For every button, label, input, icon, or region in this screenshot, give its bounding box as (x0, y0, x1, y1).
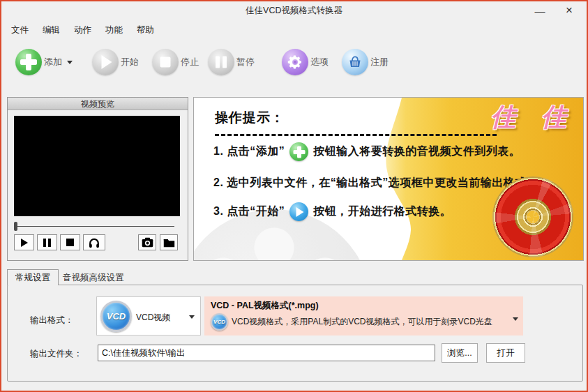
general-settings-group: 输出格式： VCD VCD视频 VCD - PAL视频格式(*.mpg) VCD… (7, 285, 583, 382)
headphones-icon (88, 237, 100, 248)
stop-icon (66, 239, 74, 246)
tips-heading: 操作提示： (215, 109, 285, 127)
format-description-title: VCD - PAL视频格式(*.mpg) (211, 300, 319, 312)
seek-slider[interactable] (14, 221, 174, 232)
play-icon (21, 239, 28, 247)
window-title: 佳佳VCD视频格式转换器 (1, 5, 587, 17)
brand-logo: 佳 佳 (490, 100, 575, 135)
preview-header: 视频预览 (8, 98, 188, 110)
tips-dashed-divider (215, 134, 497, 136)
open-folder-button[interactable] (160, 234, 178, 250)
preview-stop-button[interactable] (60, 234, 80, 250)
toolbar-add-button[interactable]: 添加 (15, 49, 73, 75)
tips-step-2: 2. 选中列表中文件，在“输出格式”选项框中更改当前输出格式。 (213, 176, 538, 190)
tips-panel: 操作提示： 1. 点击“添加” 按钮输入将要转换的音视频文件到列表。 2. 选中… (193, 97, 584, 261)
stop-label: 停止 (181, 56, 199, 68)
tips-step-1: 1. 点击“添加” 按钮输入将要转换的音视频文件到列表。 (213, 142, 520, 161)
add-plus-icon (15, 49, 42, 75)
menubar: 文件 编辑 动作 功能 帮助 (4, 22, 161, 38)
browse-button[interactable]: 浏览... (442, 343, 478, 363)
output-format-combobox[interactable]: VCD VCD视频 (96, 296, 201, 336)
camera-icon (142, 237, 153, 248)
red-cd-disc-icon (492, 176, 573, 257)
step-1-text-post: 按钮输入将要转换的音视频文件到列表。 (313, 144, 520, 159)
vcd-badge-icon: VCD (100, 301, 132, 332)
pause-icon (43, 239, 51, 247)
video-display-area (14, 116, 181, 216)
window-controls: — × (525, 1, 584, 20)
output-format-value: VCD视频 (136, 312, 170, 324)
start-label: 开始 (121, 56, 139, 68)
preview-audio-button[interactable] (83, 234, 105, 250)
menu-function[interactable]: 功能 (98, 22, 130, 38)
register-label: 注册 (370, 56, 389, 68)
toolbar-stop-button[interactable]: 停止 (152, 49, 199, 75)
shopping-basket-icon (342, 49, 368, 75)
folder-icon (163, 238, 175, 248)
app-window: 佳佳VCD视频格式转换器 — × 文件 编辑 动作 功能 帮助 添加 开始 停止… (0, 0, 588, 392)
gear-icon (282, 49, 308, 75)
open-button[interactable]: 打开 (486, 343, 525, 363)
output-folder-input[interactable] (98, 345, 435, 361)
pause-label: 暂停 (236, 56, 255, 68)
preview-pause-button[interactable] (37, 234, 57, 250)
step-1-text-pre: 1. 点击“添加” (213, 144, 285, 159)
toolbar-pause-button[interactable]: 暂停 (208, 49, 255, 75)
add-label: 添加 (44, 56, 62, 68)
seek-track (14, 226, 174, 227)
preview-play-button[interactable] (14, 234, 34, 250)
combo-caret-icon[interactable] (189, 315, 195, 319)
step-3-text-post: 按钮，开始进行格式转换。 (313, 204, 451, 219)
minimize-button[interactable]: — (525, 1, 555, 20)
step-2-text: 2. 选中列表中文件，在“输出格式”选项框中更改当前输出格式。 (213, 176, 538, 190)
add-plus-icon (289, 142, 308, 161)
snapshot-button[interactable] (138, 234, 156, 250)
menu-help[interactable]: 帮助 (130, 22, 161, 38)
toolbar-start-button[interactable]: 开始 (92, 49, 139, 75)
tab-av-advanced-settings[interactable]: 音视频高级设置 (55, 271, 132, 285)
options-label: 选项 (310, 56, 329, 68)
start-play-icon (289, 202, 308, 221)
menu-action[interactable]: 动作 (67, 22, 98, 38)
vcd-badge-icon: VCD (211, 313, 228, 331)
add-dropdown-caret-icon[interactable] (67, 61, 73, 64)
video-preview-panel: 视频预览 (7, 97, 188, 261)
stop-square-icon (152, 49, 179, 75)
format-description-box[interactable]: VCD - PAL视频格式(*.mpg) VCD VCD视频格式，采用PAL制式… (204, 296, 523, 336)
toolbar-options-button[interactable]: 选项 (282, 49, 329, 75)
seek-thumb[interactable] (14, 222, 17, 231)
output-folder-label: 输出文件夹： (30, 348, 82, 360)
titlebar: 佳佳VCD视频格式转换器 — × (1, 1, 587, 20)
tab-general-settings[interactable]: 常规设置 (7, 269, 59, 285)
output-format-label: 输出格式： (30, 315, 74, 326)
menu-file[interactable]: 文件 (4, 22, 36, 38)
start-play-icon (92, 49, 119, 75)
format-description-text: VCD视频格式，采用PAL制式的VCD视频格式，可以用于刻录VCD光盘 (232, 316, 492, 328)
close-button[interactable]: × (555, 1, 584, 20)
format-description-row: VCD VCD视频格式，采用PAL制式的VCD视频格式，可以用于刻录VCD光盘 (211, 313, 492, 331)
step-3-text-pre: 3. 点击“开始” (213, 204, 285, 219)
description-caret-icon[interactable] (513, 317, 518, 321)
tips-step-3: 3. 点击“开始” 按钮，开始进行格式转换。 (213, 202, 451, 221)
pause-bars-icon (208, 49, 234, 75)
toolbar-register-button[interactable]: 注册 (342, 49, 389, 75)
menu-edit[interactable]: 编辑 (36, 22, 67, 38)
